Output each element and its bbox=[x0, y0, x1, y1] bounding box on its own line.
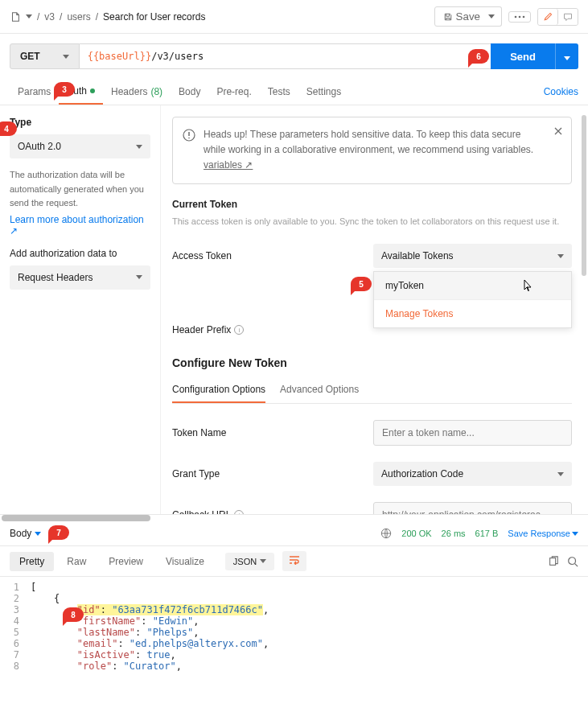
chevron-down-icon bbox=[260, 559, 266, 563]
token-dropdown: myToken Manage Tokens bbox=[373, 271, 572, 328]
tab-config-options[interactable]: Configuration Options bbox=[172, 379, 265, 403]
response-size: 617 B bbox=[475, 529, 499, 538]
resp-tab-preview[interactable]: Preview bbox=[99, 552, 153, 571]
callout-5: 5 bbox=[351, 277, 372, 291]
status-dot-icon bbox=[90, 88, 95, 93]
save-response-button[interactable]: Save Response bbox=[508, 529, 578, 538]
ellipsis-icon bbox=[514, 15, 525, 19]
tab-headers[interactable]: Headers (8) bbox=[103, 80, 171, 104]
save-button[interactable]: Save bbox=[434, 6, 489, 27]
access-token-label: Access Token bbox=[172, 250, 373, 261]
info-icon[interactable]: i bbox=[234, 510, 244, 514]
header-prefix-label: Header Prefix i bbox=[172, 324, 373, 335]
status-code: 200 OK bbox=[401, 529, 431, 538]
variables-link[interactable]: variables ↗ bbox=[204, 159, 253, 171]
tab-advanced-options[interactable]: Advanced Options bbox=[280, 379, 359, 403]
crumb-p2[interactable]: users bbox=[67, 11, 90, 23]
info-icon[interactable]: i bbox=[234, 325, 244, 335]
tab-settings[interactable]: Settings bbox=[298, 80, 349, 104]
send-chevron-button[interactable] bbox=[555, 43, 578, 69]
access-token-select[interactable]: Available Tokens myToken Manage Tokens bbox=[373, 244, 572, 268]
resp-tab-visualize[interactable]: Visualize bbox=[156, 552, 214, 571]
chevron-down-icon bbox=[136, 275, 142, 279]
chevron-down-icon bbox=[136, 145, 142, 149]
send-button[interactable]: Send bbox=[491, 43, 555, 69]
grant-type-label: Grant Type bbox=[172, 468, 373, 479]
breadcrumb: / v3 / users / Search for User records bbox=[10, 11, 205, 23]
url-input[interactable]: {{baseUrl}}/v3/users bbox=[80, 43, 491, 69]
globe-icon[interactable] bbox=[380, 528, 392, 539]
close-icon bbox=[553, 126, 563, 136]
svg-point-2 bbox=[523, 15, 525, 18]
current-token-desc: This access token is only available to y… bbox=[172, 215, 572, 228]
warning-icon bbox=[183, 129, 195, 142]
callout-6: 6 bbox=[468, 49, 489, 64]
response-body-toggle[interactable]: Body bbox=[10, 528, 41, 539]
pencil-icon bbox=[543, 12, 553, 22]
auth-type-select[interactable]: OAuth 2.0 bbox=[10, 134, 150, 158]
search-icon[interactable] bbox=[567, 556, 578, 567]
type-label: Type bbox=[10, 117, 150, 128]
more-button[interactable] bbox=[508, 11, 531, 23]
copy-icon[interactable] bbox=[548, 556, 559, 567]
tab-body[interactable]: Body bbox=[171, 80, 208, 104]
add-to-label: Add authorization data to bbox=[10, 248, 150, 259]
scrollbar[interactable] bbox=[582, 115, 586, 276]
dropdown-manage-tokens[interactable]: Manage Tokens bbox=[374, 299, 571, 327]
chevron-down-icon bbox=[488, 14, 495, 19]
wrap-icon bbox=[289, 555, 300, 565]
chevron-down-icon bbox=[557, 254, 564, 258]
auth-hint: The authorization data will be automatic… bbox=[10, 168, 150, 211]
method-select[interactable]: GET bbox=[10, 43, 80, 69]
svg-point-7 bbox=[569, 557, 576, 564]
learn-more-link[interactable]: Learn more about authorization ↗ bbox=[10, 214, 150, 237]
save-icon bbox=[443, 12, 453, 22]
resp-tab-raw[interactable]: Raw bbox=[57, 552, 96, 571]
tab-tests[interactable]: Tests bbox=[260, 80, 298, 104]
cookies-link[interactable]: Cookies bbox=[544, 86, 578, 97]
resp-tab-pretty[interactable]: Pretty bbox=[10, 552, 54, 571]
document-icon bbox=[10, 11, 21, 23]
chevron-down-icon bbox=[63, 55, 69, 59]
tab-params[interactable]: Params bbox=[10, 80, 59, 104]
dropdown-item-mytoken[interactable]: myToken bbox=[374, 272, 571, 299]
callout-7: 7 bbox=[48, 525, 69, 540]
tab-prereq[interactable]: Pre-req. bbox=[208, 80, 259, 104]
current-token-title: Current Token bbox=[172, 199, 572, 210]
crumb-current: Search for User records bbox=[103, 11, 205, 23]
svg-point-4 bbox=[188, 138, 190, 139]
crumb-p1[interactable]: v3 bbox=[44, 11, 55, 23]
callback-url-input[interactable] bbox=[373, 502, 572, 514]
wrap-lines-button[interactable] bbox=[282, 551, 306, 571]
response-time: 26 ms bbox=[442, 529, 466, 538]
save-chevron-button[interactable] bbox=[482, 6, 502, 27]
edit-button[interactable] bbox=[538, 9, 558, 25]
svg-rect-6 bbox=[550, 558, 556, 565]
configure-new-token-title: Configure New Token bbox=[172, 356, 572, 369]
callout-3: 3 bbox=[54, 82, 75, 97]
response-format-select[interactable]: JSON bbox=[225, 553, 274, 570]
svg-point-1 bbox=[519, 15, 521, 18]
add-to-select[interactable]: Request Headers bbox=[10, 265, 150, 290]
callout-4: 4 bbox=[0, 121, 17, 136]
chevron-down-icon bbox=[564, 56, 570, 60]
close-alert-button[interactable] bbox=[553, 126, 563, 141]
token-name-label: Token Name bbox=[172, 427, 373, 438]
cursor-icon bbox=[521, 278, 532, 293]
sensitive-data-alert: Heads up! These parameters hold sensitiv… bbox=[172, 117, 572, 184]
token-name-input[interactable] bbox=[373, 420, 572, 446]
grant-type-select[interactable]: Authorization Code bbox=[373, 462, 572, 486]
comment-icon bbox=[563, 12, 573, 22]
comment-button[interactable] bbox=[558, 9, 578, 25]
chevron-down-icon[interactable] bbox=[26, 14, 32, 19]
chevron-down-icon bbox=[572, 532, 578, 536]
callback-url-label: Callback URL i bbox=[172, 509, 373, 514]
chevron-down-icon bbox=[557, 472, 564, 476]
svg-point-0 bbox=[515, 15, 517, 18]
callout-8: 8 bbox=[63, 607, 84, 622]
horizontal-scrollbar[interactable] bbox=[2, 515, 150, 521]
chevron-down-icon bbox=[35, 532, 41, 536]
